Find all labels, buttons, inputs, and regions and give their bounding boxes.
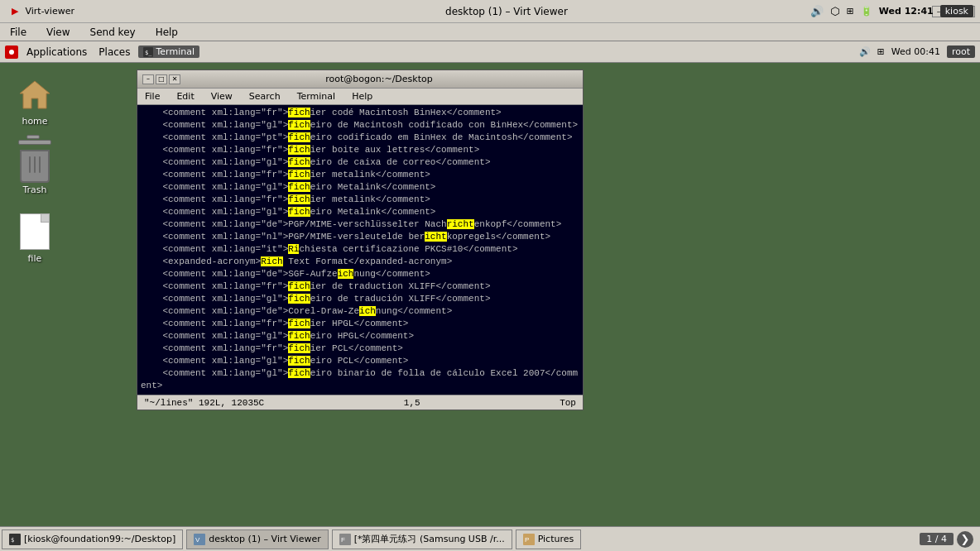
desktop-icons: home	[8, 74, 61, 264]
terminal-line: <comment xml:lang="gl">ficheiro HPGL</co…	[141, 330, 579, 343]
trash-icon-img	[15, 143, 55, 183]
terminal-close-btn[interactable]: ✕	[169, 74, 180, 84]
inner-time: Wed 00:41	[891, 46, 940, 57]
outer-terminal-icon: $	[9, 534, 21, 545]
terminal-line: <comment xml:lang="it">Richiesta certifi…	[141, 243, 579, 256]
trash-label: Trash	[22, 184, 46, 195]
trash-line-1	[29, 156, 31, 173]
virt-viewer-icon: ▶	[12, 6, 18, 17]
terminal-titlebar: – □ ✕ root@bogon:~/Desktop	[137, 70, 583, 89]
terminal-menubar: File Edit View Search Terminal Help	[137, 89, 583, 105]
terminal-menu-edit[interactable]: Edit	[174, 90, 196, 103]
file-icon-img	[15, 212, 55, 252]
terminal-menu-search[interactable]: Search	[247, 90, 283, 103]
outer-time: Wed 12:41	[879, 6, 934, 17]
outer-top-left: ▶ Virt-viewer	[5, 6, 81, 17]
terminal-line: <expanded-acronym>Rich Text Format</expa…	[141, 256, 579, 268]
outer-kiosk: kiosk	[940, 5, 973, 17]
svg-text:V: V	[195, 536, 200, 544]
trash-lid	[18, 140, 51, 145]
svg-text:$: $	[11, 537, 14, 544]
volume-icon: 🔊	[859, 46, 871, 57]
outer-nav-btn[interactable]: ❯	[957, 531, 973, 548]
trash-line-2	[34, 156, 36, 173]
inner-panel-left: Applications Places $_ Terminal	[5, 46, 199, 59]
volume-icon-outer: 🔊	[810, 5, 824, 17]
file-label: file	[28, 253, 42, 264]
virt-viewer-taskbar-icon: V	[194, 534, 205, 545]
inner-panel-right: 🔊 ⊞ Wed 00:41 root	[859, 46, 975, 58]
terminal-line: <comment xml:lang="gl">ficheiro de caixa…	[141, 156, 579, 169]
terminal-line: <comment xml:lang="gl">ficheiro Metalink…	[141, 181, 579, 194]
terminal-status-left: "~/lines" 192L, 12035C	[144, 398, 264, 408]
svg-text:F: F	[341, 536, 345, 544]
outer-taskbar-virt[interactable]: V desktop (1) – Virt Viewer	[186, 529, 329, 549]
outer-taskbar-kiosk[interactable]: $ [kiosk@foundation99:~/Desktop]	[2, 529, 183, 549]
outer-title: desktop (1) – Virt Viewer	[81, 6, 932, 17]
terminal-menu-help[interactable]: Help	[349, 90, 375, 103]
outer-samsung-label: [*第四单元练习 (Samsung USB /r...	[354, 533, 505, 545]
terminal-menu-file[interactable]: File	[142, 90, 162, 103]
places-menu[interactable]: Places	[95, 46, 133, 59]
terminal-line: <comment xml:lang="pt">ficheiro codifica…	[141, 132, 579, 144]
system-tray: 🔊 ⬡ ⊞ 🔋 Wed 12:41 kiosk	[810, 5, 973, 17]
terminal-minimize-btn[interactable]: –	[142, 74, 154, 84]
trash-handle	[26, 135, 40, 139]
terminal-line: <comment xml:lang="gl">ficheiro PCL</com…	[141, 355, 579, 367]
svg-text:P: P	[525, 536, 529, 544]
file-fold	[41, 214, 49, 223]
terminal-line: <comment xml:lang="de">PGP/MIME-verschlü…	[141, 218, 579, 231]
terminal-menu-view[interactable]: View	[209, 90, 235, 103]
terminal-status-pos: 1,5	[404, 398, 420, 408]
outer-page-indicator: 1 / 4	[920, 533, 954, 545]
terminal-line: <comment xml:lang="fr">fichier boite aux…	[141, 144, 579, 156]
terminal-content[interactable]: <comment xml:lang="fr">fichier codé Maci…	[137, 105, 583, 395]
network-icon: ⊞	[877, 46, 885, 57]
terminal-launcher[interactable]: $_ Terminal	[138, 46, 199, 58]
applications-menu[interactable]: Applications	[23, 46, 90, 59]
terminal-line: <comment xml:lang="fr">fichier metalink<…	[141, 169, 579, 181]
outer-taskbar-right: 1 / 4 ❯	[920, 531, 980, 548]
menu-help[interactable]: Help	[152, 25, 181, 40]
terminal-restore-btn[interactable]: □	[156, 74, 167, 84]
file-icon-item[interactable]: file	[8, 212, 61, 264]
outer-virt-label: desktop (1) – Virt Viewer	[209, 534, 321, 544]
menu-view[interactable]: View	[43, 25, 73, 40]
terminal-line: <comment xml:lang="gl">ficheiro de Macin…	[141, 119, 579, 132]
terminal-line: <comment xml:lang="gl">ficheiro de tradu…	[141, 293, 579, 305]
file-shape	[20, 213, 50, 250]
battery-icon: 🔋	[861, 6, 872, 17]
home-icon-item[interactable]: home	[8, 74, 61, 127]
menu-send-key[interactable]: Send key	[87, 25, 139, 40]
terminal-statusbar: "~/lines" 192L, 12035C 1,5 Top	[137, 395, 583, 410]
terminal-icon: $_	[143, 47, 153, 57]
outer-taskbar-samsung[interactable]: F [*第四单元练习 (Samsung USB /r...	[332, 529, 512, 549]
trash-line-3	[39, 156, 41, 173]
virt-viewer-label: Virt-viewer	[25, 6, 74, 17]
trash-lines	[22, 156, 48, 173]
terminal-line: <comment xml:lang="de">Corel-Draw-Zeichn…	[141, 305, 579, 318]
terminal-label: Terminal	[156, 46, 195, 57]
home-icon-img	[15, 74, 55, 114]
outer-menubar: File View Send key Help	[0, 23, 980, 41]
terminal-menu-terminal[interactable]: Terminal	[295, 90, 339, 103]
outer-kiosk-label: [kiosk@foundation99:~/Desktop]	[24, 534, 175, 544]
terminal-line: <comment xml:lang="gl">ficheiro binario …	[141, 367, 579, 380]
outer-taskbar-pictures[interactable]: P Pictures	[516, 529, 582, 549]
outer-pictures-label: Pictures	[538, 534, 574, 544]
menu-file[interactable]: File	[7, 25, 30, 40]
terminal-window: – □ ✕ root@bogon:~/Desktop File Edit Vie…	[137, 69, 584, 410]
terminal-line: <comment xml:lang="nl">PGP/MIME-versleut…	[141, 231, 579, 243]
inner-user: root	[947, 46, 975, 58]
svg-point-1	[9, 50, 14, 55]
svg-marker-4	[20, 81, 50, 108]
terminal-title: root@bogon:~/Desktop	[180, 74, 578, 84]
trash-icon-item[interactable]: Trash	[8, 143, 61, 195]
bluetooth-icon: ⬡	[830, 5, 839, 17]
terminal-line: <comment xml:lang="fr">fichier de traduc…	[141, 280, 579, 293]
home-svg	[17, 77, 52, 112]
folder-taskbar-icon: P	[523, 534, 535, 545]
outer-taskbar: $ [kiosk@foundation99:~/Desktop] V deskt…	[0, 526, 980, 551]
apps-icon	[5, 46, 18, 59]
network-icon-outer: ⊞	[847, 6, 854, 17]
